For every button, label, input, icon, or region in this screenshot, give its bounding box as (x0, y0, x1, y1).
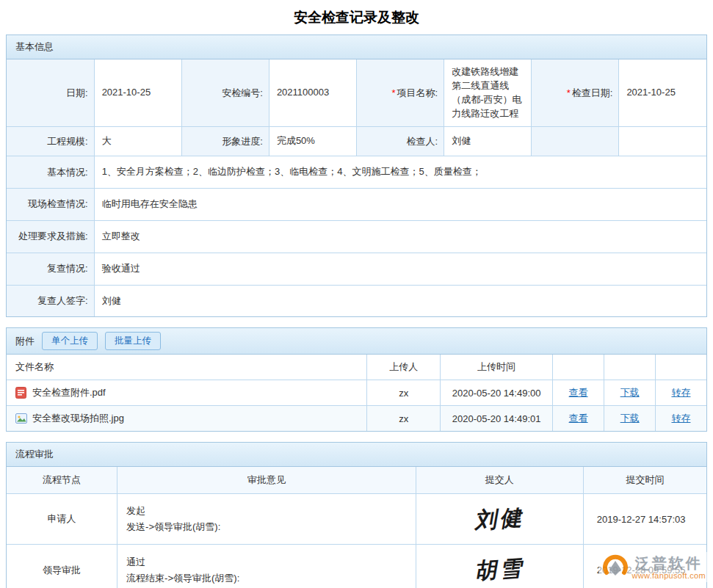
column-flow-node: 流程节点 (7, 467, 117, 494)
basic-info-table: 日期: 2021-10-25 安检编号: 2021100003 *项目名称: 改… (7, 59, 706, 316)
date-label: 日期: (7, 59, 94, 127)
column-submitter: 提交人 (416, 467, 583, 494)
approval-opinion: 通过 流程结束->领导审批(胡雪): (117, 545, 416, 588)
column-approval-opinion: 审批意见 (117, 467, 416, 494)
empty-label-cell (532, 127, 619, 156)
review-label: 复查情况: (7, 253, 94, 285)
submitter-signature: 刘健 (474, 503, 526, 537)
column-submit-time: 提交时间 (583, 467, 706, 494)
approval-header: 流程审批 (7, 443, 706, 467)
approval-row: 申请人 发起 发送->领导审批(胡雪): 刘健 2019-12-27 14:57… (7, 494, 706, 545)
image-file-icon (15, 413, 27, 424)
attachments-panel: 附件 单个上传 批量上传 文件名称 上传人 上传时间 (6, 327, 707, 432)
check-date-value: 2021-10-25 (619, 59, 706, 127)
table-row: 基本情况: 1、安全月方案检查；2、临边防护检查；3、临电检查；4、文明施工检查… (7, 156, 706, 189)
date-value: 2021-10-25 (94, 59, 181, 127)
table-row: 复查人签字: 刘健 (7, 285, 706, 316)
single-upload-button[interactable]: 单个上传 (42, 332, 98, 350)
table-row: 工程规模: 大 形象进度: 完成50% 检查人: 刘健 (7, 127, 706, 156)
watermark-brand: 泛普软件 (635, 555, 703, 571)
file-name: 安全检查附件.pdf (32, 386, 106, 399)
batch-upload-button[interactable]: 批量上传 (105, 332, 161, 350)
submit-time: 2019-12-27 14:57:03 (583, 494, 706, 545)
table-row: 现场检查情况: 临时用电存在安全隐患 (7, 189, 706, 221)
attachments-title: 附件 (15, 335, 35, 348)
view-link[interactable]: 查看 (569, 387, 588, 398)
column-file-name: 文件名称 (7, 355, 367, 380)
attachments-header: 附件 单个上传 批量上传 (7, 328, 706, 355)
download-link[interactable]: 下载 (620, 387, 640, 398)
project-scale-value: 大 (94, 127, 181, 156)
approval-opinion: 发起 发送->领导审批(胡雪): (117, 494, 416, 545)
attachments-table: 文件名称 上传人 上传时间 安全检查附件.pd (7, 355, 706, 431)
view-link[interactable]: 查看 (569, 413, 588, 424)
progress-value: 完成50% (269, 127, 356, 156)
project-name-label: *项目名称: (357, 59, 444, 127)
approval-header-row: 流程节点 审批意见 提交人 提交时间 (7, 467, 706, 494)
basic-situation-label: 基本情况: (7, 156, 94, 189)
inspection-no-label: 安检编号: (181, 59, 269, 127)
file-row: 安全整改现场拍照.jpg zx 2020-05-20 14:49:01 查看 下… (7, 406, 706, 432)
review-sign-value: 刘健 (94, 285, 706, 316)
column-uploader: 上传人 (367, 355, 441, 380)
required-marker: * (391, 87, 395, 98)
download-link[interactable]: 下载 (620, 413, 640, 424)
inspector-label: 检查人: (357, 127, 444, 156)
required-marker: * (567, 87, 571, 98)
empty-value-cell (619, 127, 706, 156)
file-upload-time: 2020-05-20 14:49:01 (441, 406, 552, 432)
review-value: 验收通过 (94, 253, 706, 285)
check-date-label: *检查日期: (532, 59, 619, 127)
file-name: 安全整改现场拍照.jpg (32, 412, 124, 425)
flow-node: 申请人 (7, 494, 117, 545)
project-name-value: 改建铁路线增建第二线直通线（成都-西安）电力线路迁改工程 (444, 59, 532, 127)
table-row: 处理要求及措施: 立即整改 (7, 220, 706, 253)
saveas-link[interactable]: 转存 (671, 387, 690, 398)
basic-situation-value: 1、安全月方案检查；2、临边防护检查；3、临电检查；4、文明施工检查；5、质量检… (94, 156, 706, 189)
column-upload-time: 上传时间 (441, 355, 552, 380)
file-upload-time: 2020-05-20 14:49:00 (441, 380, 552, 406)
progress-label: 形象进度: (181, 127, 269, 156)
watermark-url: www.fanpusoft.com (632, 571, 706, 580)
file-uploader: zx (367, 380, 441, 406)
submitter-signature: 胡雪 (474, 553, 526, 587)
file-uploader: zx (367, 406, 441, 432)
measures-value: 立即整改 (94, 220, 706, 253)
saveas-link[interactable]: 转存 (671, 413, 690, 424)
table-row: 复查情况: 验收通过 (7, 253, 706, 285)
site-check-label: 现场检查情况: (7, 189, 94, 221)
site-check-value: 临时用电存在安全隐患 (94, 189, 706, 221)
inspection-no-value: 2021100003 (269, 59, 356, 127)
column-action-2 (604, 355, 656, 380)
basic-info-panel: 基本信息 日期: 2021-10-25 安检编号: 2021100003 *项目… (6, 35, 707, 317)
review-sign-label: 复查人签字: (7, 285, 94, 316)
attachments-header-row: 文件名称 上传人 上传时间 (7, 355, 706, 380)
basic-info-header: 基本信息 (7, 35, 706, 59)
measures-label: 处理要求及措施: (7, 220, 94, 253)
column-action-3 (655, 355, 706, 380)
project-scale-label: 工程规模: (7, 127, 94, 156)
inspector-value: 刘健 (444, 127, 532, 156)
column-action-1 (552, 355, 604, 380)
flow-node: 领导审批 (7, 545, 117, 588)
file-row: 安全检查附件.pdf zx 2020-05-20 14:49:00 查看 下载 … (7, 380, 706, 406)
pdf-file-icon (15, 387, 27, 399)
page-title: 安全检查记录及整改 (0, 0, 713, 35)
fanpu-logo-icon (602, 553, 629, 581)
table-row: 日期: 2021-10-25 安检编号: 2021100003 *项目名称: 改… (7, 59, 706, 127)
fanpu-watermark: 泛普软件 www.fanpusoft.com (599, 552, 709, 582)
